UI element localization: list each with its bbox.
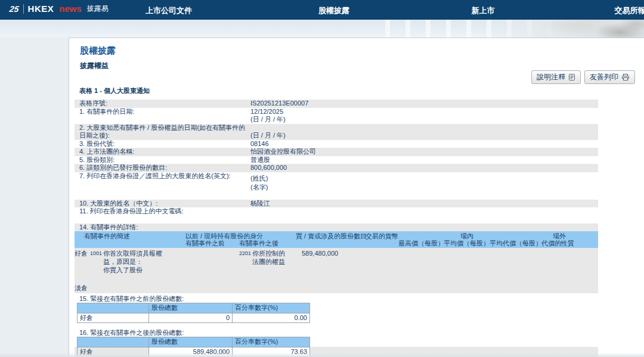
spacer	[75, 323, 598, 329]
long-position-label: 好倉	[75, 249, 88, 257]
form-row-label: 6. 該類別的已發行股份的數目:	[75, 164, 250, 172]
form-row-label: 5. 股份類別:	[75, 156, 250, 164]
hkex-25-anniversary-mark: 25	[9, 4, 20, 14]
logo-hkex-text: HKEX	[28, 4, 54, 14]
printer-friendly-button[interactable]: 友善列印	[584, 70, 635, 84]
form-row-share-class: 5. 股份類別: 普通股	[75, 156, 598, 164]
printer-friendly-label: 友善列印	[590, 72, 618, 82]
form-row-value: 杨陵江	[250, 200, 598, 208]
percent-before-value: 0.00	[233, 313, 310, 323]
section15-label: 15. 緊接在有關事件之前的股份總數:	[75, 295, 598, 303]
form-row-value: 08146	[250, 140, 598, 148]
shares-total-header: 股份總數	[149, 337, 233, 347]
col-header-average-price: 平均價（每股）	[444, 240, 490, 248]
top-nav-bar: 25 HKEXnews 披露易 上市公司文件 股權披露 新上市 交易所報告	[0, 0, 644, 20]
section14-label: 14. 有關事件的詳情:	[75, 223, 598, 232]
col-header-consideration-nature: 代價的性質	[541, 240, 574, 248]
logo-news-text: news	[59, 4, 82, 14]
form-row-corporation-name: 4. 上市法團的名稱: 怡园酒业控股有限公司	[75, 148, 598, 156]
nav-item-disclosure-of-interests[interactable]: 股權披露	[318, 5, 349, 16]
col-header-average-consideration: 平均代價（每股）	[490, 240, 542, 248]
col-header-shares: 買 / 賣或涉及的股份數目	[296, 232, 367, 241]
col-header-before-event: 有關事件之前	[185, 240, 225, 248]
form-row-issued-shares: 6. 該類別的已發行股份的數目: 800,600,000	[75, 164, 598, 172]
form-row-value: 怡园酒业控股有限公司	[250, 148, 598, 156]
form-row-label: 3. 股份代號:	[75, 140, 250, 148]
event-description: 你首次取得須具報權 益，原因是： 你買入了股份	[103, 249, 162, 274]
event-details-row: 好倉 1001 你首次取得須具報權 益，原因是： 你買入了股份 2201 你所控…	[75, 248, 598, 293]
nav-item-listed-company-documents[interactable]: 上市公司文件	[145, 5, 192, 16]
form-row-value: (日 / 月 / 年)	[250, 132, 598, 140]
form-row-serial: 表格序號: IS20251213E00007	[75, 100, 598, 108]
short-position-label: 淡倉	[75, 284, 88, 292]
section15-table: 股份總數 百分率數字(%) 好倉 0 0.00	[77, 303, 310, 323]
form-row-label: 11. 列印在香港身份證上的中文電碼:	[75, 207, 250, 216]
logo-divider	[23, 4, 24, 14]
section16-label: 16. 緊接在有關事件之後的股份總數:	[75, 329, 598, 337]
banner-photo	[483, 20, 644, 38]
form-row-event-date: 1. 有關事件的日期: 12/12/2025 (日 / 月 / 年)	[75, 108, 598, 124]
nav-item-exchange-reports[interactable]: 交易所報告	[615, 5, 644, 16]
percent-header: 百分率數字(%)	[233, 303, 310, 313]
explanatory-notes-button[interactable]: 說明注釋	[531, 70, 581, 84]
nav-item-new-listings[interactable]: 新上市	[472, 5, 495, 16]
form-row-label: 表格序號:	[75, 100, 250, 108]
capacity-code-before: 1001	[90, 249, 102, 257]
long-position-row-label: 好倉	[78, 313, 149, 323]
blank-header-cell	[78, 337, 149, 347]
form-title: 表格 1 - 個人大股東通知	[79, 86, 150, 95]
form-row-chinese-name: 10. 大股東的姓名（中文）: 杨陵江	[75, 200, 598, 208]
table-row: 好倉 0 0.00	[78, 313, 310, 323]
hkexnews-logo[interactable]: 25 HKEXnews 披露易	[10, 4, 109, 14]
page-title: 股權披露	[80, 45, 116, 57]
col-header-highest-price: 最高價（每股）	[398, 240, 444, 248]
toolbar: 說明注釋 友善列印	[531, 70, 635, 84]
form-row-label: 10. 大股東的姓名（中文）:	[75, 200, 250, 208]
shares-total-header: 股份總數	[149, 303, 233, 313]
spacer	[75, 216, 598, 223]
form-row-value: 800,600,000	[250, 164, 598, 172]
form-row-label: 7. 列印在香港身份證／護照上的大股東的姓名(英文):	[75, 172, 250, 200]
bottom-fade	[0, 353, 644, 357]
capacity-after-event: 你所控制的 法團的權益	[252, 249, 285, 266]
form-row-stock-code: 3. 股份代號: 08146	[75, 140, 598, 148]
col-header-currency: 交易的貨幣	[366, 232, 398, 241]
form-row-label: 2. 大股東知悉有關事件 / 股份權益的日期(如在有關事件的日期之後):	[75, 124, 250, 140]
form-row-chinese-commercial-code: 11. 列印在香港身份證上的中文電碼:	[75, 207, 598, 216]
form-row-value: (姓氏) (名字)	[250, 172, 598, 200]
banner-strip	[0, 20, 644, 38]
explanatory-notes-label: 說明注釋	[537, 72, 565, 82]
form-row-value: IS20251213E00007	[250, 100, 598, 108]
form-row-label: 4. 上市法團的名稱:	[75, 148, 250, 156]
percent-header: 百分率數字(%)	[233, 337, 310, 347]
page-subtitle: 披露權益	[80, 61, 109, 71]
form-row-value: 12/12/2025 (日 / 月 / 年)	[250, 108, 598, 124]
printer-icon	[621, 73, 630, 81]
form-row-label: 1. 有關事件的日期:	[75, 108, 250, 124]
col-header-after-event: 有關事件之後	[239, 240, 278, 248]
shares-before-value: 0	[149, 313, 233, 323]
form-row-value	[250, 207, 598, 216]
col-header-description: 有關事件的簡述	[84, 232, 130, 241]
event-details-header: 有關事件的簡述 以前 / 現時持有股份的身分 買 / 賣或涉及的股份數目 交易的…	[75, 231, 598, 248]
notes-icon	[568, 73, 575, 81]
form-row-value: 普通股	[250, 156, 598, 164]
capacity-code-after: 2201	[239, 249, 251, 257]
content-panel: 股權披露 披露權益 說明注釋 友善列印 表格 1 - 個人大股東通知 表格序號:	[69, 38, 644, 357]
shares-involved-value: 589,480,000	[302, 249, 338, 257]
form-rows: 表格序號: IS20251213E00007 1. 有關事件的日期: 12/12…	[75, 100, 598, 357]
blank-header-cell	[78, 303, 149, 313]
logo-chinese-text: 披露易	[87, 4, 109, 14]
form-row-awareness-date: 2. 大股東知悉有關事件 / 股份權益的日期(如在有關事件的日期之後): (日 …	[75, 124, 598, 140]
form-row-english-name: 7. 列印在香港身份證／護照上的大股東的姓名(英文): (姓氏) (名字)	[75, 172, 598, 200]
